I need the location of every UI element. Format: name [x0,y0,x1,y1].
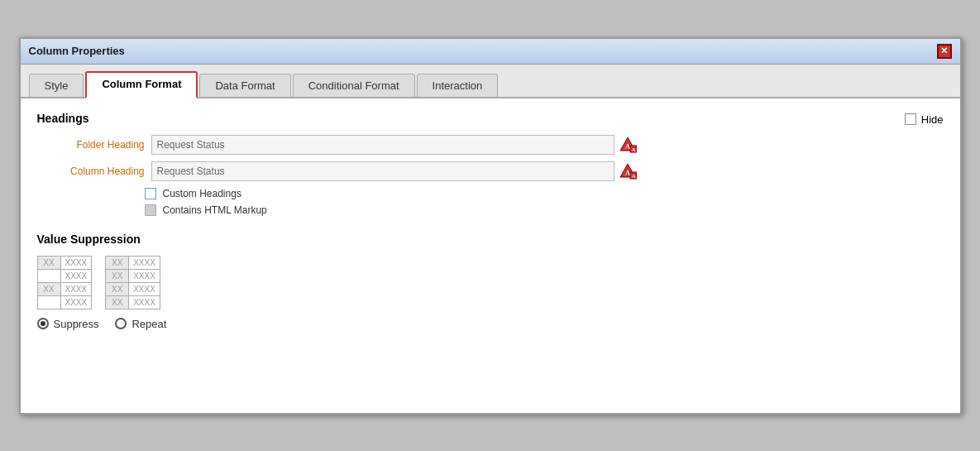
checkboxes-section: Custom Headings Contains HTML Markup [145,188,905,216]
dialog-title-bar: Column Properties ✕ [21,39,960,65]
html-markup-row: Contains HTML Markup [145,204,905,216]
custom-headings-checkbox[interactable] [145,188,156,199]
tabs-bar: Style Column Format Data Format Conditio… [21,65,960,98]
headings-section-title: Headings [37,112,905,125]
suppression-tables: XX XXXX XXXX XX XXXX XXXX [37,256,944,309]
table1-cell: XX [37,282,60,295]
table2-cell: XXXX [129,295,160,309]
table2-cell: XX [106,282,129,295]
table1-cell: XXXX [60,269,92,282]
headings-section-row: Headings Folder Heading A A [37,112,944,226]
tab-data-format[interactable]: Data Format [199,74,290,97]
table1-cell: XXXX [60,282,92,295]
hide-row: Hide [905,113,944,126]
dialog-title: Column Properties [29,45,125,57]
hide-label: Hide [921,113,944,126]
svg-text:A: A [631,173,635,180]
column-heading-row: Column Heading A A [54,161,905,181]
folder-heading-row: Folder Heading A A [54,135,905,155]
suppress-radio[interactable] [37,318,49,329]
table1-cell: XXXX [60,295,92,309]
folder-heading-label: Folder Heading [54,139,145,151]
table1-cell [37,295,60,309]
column-properties-dialog: Column Properties ✕ Style Column Format … [19,37,962,415]
table1-cell: XXXX [60,256,92,269]
table2-cell: XXXX [129,269,160,282]
tab-interaction[interactable]: Interaction [417,74,499,97]
table2-cell: XXXX [129,282,160,295]
column-heading-edit-icon[interactable]: A A [618,161,638,181]
dialog-body: Headings Folder Heading A A [21,98,960,413]
table1-cell: XX [37,256,60,269]
custom-headings-row: Custom Headings [145,188,905,199]
table2-cell: XXXX [129,256,160,269]
table2-cell: XX [106,295,129,309]
column-heading-label: Column Heading [54,166,145,177]
html-markup-label: Contains HTML Markup [163,204,267,216]
table2-cell: XX [106,256,129,269]
headings-section: Headings Folder Heading A A [37,112,905,226]
tab-conditional-format[interactable]: Conditional Format [293,74,415,97]
tab-column-format[interactable]: Column Format [85,71,198,98]
table2-cell: XX [106,269,129,282]
suppress-label: Suppress [54,318,99,330]
value-suppression-section: Value Suppression XX XXXX XXXX XX XXXX [37,233,944,330]
suppression-table-1: XX XXXX XXXX XX XXXX XXXX [37,256,93,309]
suppress-radio-item: Suppress [37,318,99,330]
repeat-radio[interactable] [115,318,127,329]
column-heading-input[interactable] [151,161,614,181]
tab-style[interactable]: Style [29,74,84,97]
repeat-radio-item: Repeat [115,318,166,330]
folder-heading-edit-icon[interactable]: A A [618,135,638,155]
table1-cell [37,269,60,282]
svg-text:A: A [631,146,635,153]
radio-row: Suppress Repeat [37,318,944,330]
html-markup-checkbox[interactable] [145,204,156,216]
close-button[interactable]: ✕ [937,44,952,59]
repeat-label: Repeat [131,318,166,330]
suppression-table-2: XX XXXX XX XXXX XX XXXX XX XXXX [105,256,160,309]
folder-heading-input[interactable] [151,135,614,155]
custom-headings-label: Custom Headings [163,188,241,199]
hide-checkbox[interactable] [905,113,916,125]
value-suppression-title: Value Suppression [37,233,944,246]
